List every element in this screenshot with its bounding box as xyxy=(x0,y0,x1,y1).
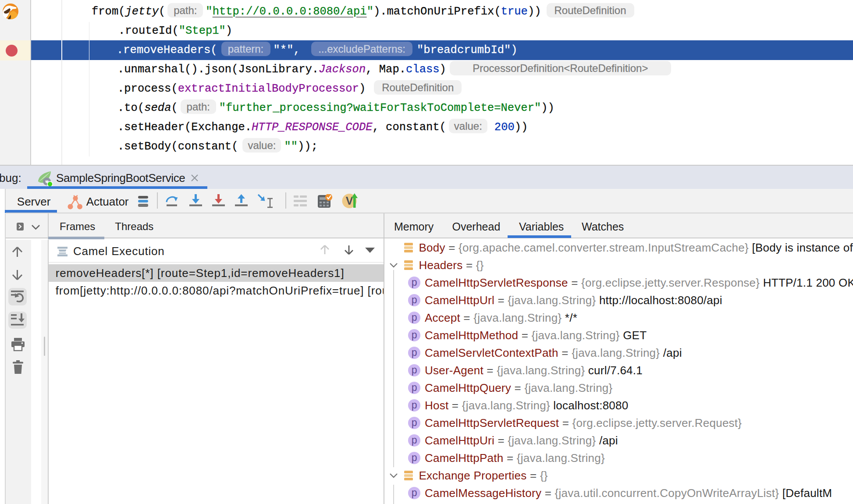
svg-text:V: V xyxy=(346,195,353,207)
